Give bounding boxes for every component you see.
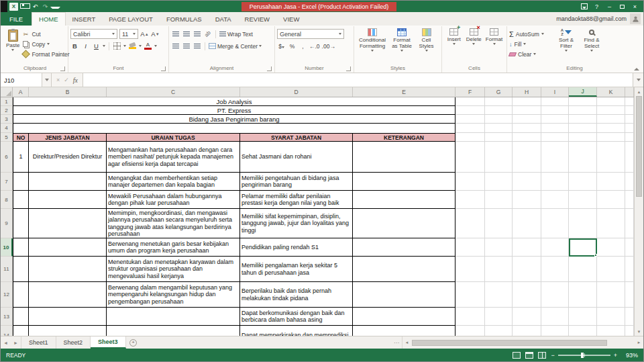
- column-header-E[interactable]: E: [353, 87, 455, 97]
- cell-syarat[interactable]: Dapat memperkirakan dan memprediksi: [240, 326, 353, 336]
- orientation-button[interactable]: ab: [203, 30, 212, 39]
- cell-no[interactable]: [13, 282, 29, 308]
- cell[interactable]: [455, 133, 485, 142]
- cell[interactable]: [597, 238, 625, 257]
- column-header-B[interactable]: B: [29, 87, 107, 97]
- tab-view[interactable]: VIEW: [276, 12, 306, 26]
- format-as-table-button[interactable]: Format as Table: [388, 27, 415, 52]
- cell[interactable]: [569, 115, 597, 124]
- cell[interactable]: [597, 282, 625, 308]
- align-right-button[interactable]: [193, 42, 201, 51]
- insert-function-icon[interactable]: fx: [73, 77, 78, 84]
- cell[interactable]: [569, 173, 597, 191]
- column-header-G[interactable]: G: [485, 87, 513, 97]
- restore-button[interactable]: [616, 1, 629, 11]
- decrease-decimal-button[interactable]: .00→: [322, 43, 335, 50]
- cell-keterangan[interactable]: [353, 257, 455, 282]
- column-header-D[interactable]: D: [240, 87, 353, 97]
- cell[interactable]: [569, 133, 597, 142]
- cell-styles-button[interactable]: Cell Styles: [415, 27, 437, 52]
- row-header-4[interactable]: 4: [1, 124, 13, 133]
- increase-decimal-button[interactable]: ←.0: [309, 43, 320, 50]
- cell[interactable]: [455, 106, 485, 115]
- cell[interactable]: [513, 106, 541, 115]
- column-header-A[interactable]: A: [13, 87, 29, 97]
- tab-formulas[interactable]: FORMULAS: [160, 12, 209, 26]
- cell[interactable]: [485, 238, 513, 257]
- cell-jabatan[interactable]: [29, 326, 107, 336]
- align-top-button[interactable]: [171, 30, 180, 39]
- cell[interactable]: [455, 326, 485, 336]
- cell[interactable]: [569, 257, 597, 282]
- ribbon-display-options-button[interactable]: [578, 1, 590, 11]
- column-header-partial[interactable]: [625, 87, 634, 97]
- cell-tugas[interactable]: [107, 308, 240, 326]
- font-color-button[interactable]: A: [144, 42, 152, 51]
- number-dialog-launcher-icon[interactable]: [346, 66, 351, 71]
- undo-button[interactable]: ↶: [30, 3, 40, 10]
- cell[interactable]: [455, 142, 485, 173]
- tab-insert[interactable]: INSERT: [66, 12, 103, 26]
- column-header-F[interactable]: F: [455, 87, 485, 97]
- cell-keterangan[interactable]: [353, 209, 455, 238]
- cell[interactable]: [455, 282, 485, 308]
- cell-jabatan[interactable]: [29, 191, 107, 209]
- cell[interactable]: [597, 115, 625, 124]
- normal-view-button[interactable]: [513, 352, 521, 359]
- increase-font-button[interactable]: A▲: [140, 30, 149, 39]
- cell-no[interactable]: [13, 326, 29, 336]
- cancel-icon[interactable]: ×: [56, 77, 60, 83]
- cell[interactable]: [485, 124, 513, 133]
- sort-filter-button[interactable]: AZ Sort & Filter: [553, 27, 579, 52]
- account-area[interactable]: mandaokta88@gmail.com: [556, 12, 643, 26]
- cell[interactable]: [569, 282, 597, 308]
- cell-tugas[interactable]: Menentukan dan menetapkan karyawan dalam…: [107, 257, 240, 282]
- cell[interactable]: [625, 133, 634, 142]
- cut-button[interactable]: ✂Cut: [21, 29, 69, 39]
- row-header-5[interactable]: 5: [1, 133, 13, 142]
- row-header-6[interactable]: 6: [1, 142, 13, 173]
- clear-button[interactable]: Clear: [509, 49, 553, 59]
- new-sheet-button[interactable]: +: [126, 336, 141, 349]
- cell[interactable]: [513, 142, 541, 173]
- decrease-font-button[interactable]: A▼: [151, 30, 160, 39]
- cell-tugas[interactable]: Mengangkat dan memberhentikan setiap man…: [107, 173, 240, 191]
- cell-title-bidang-jasa[interactable]: Bidang Jasa Pengiriman barang: [13, 115, 455, 124]
- font-dialog-launcher-icon[interactable]: [161, 66, 166, 71]
- cell-no[interactable]: 1: [13, 142, 29, 173]
- vertical-scroll-thumb[interactable]: [636, 96, 642, 197]
- cell[interactable]: [513, 115, 541, 124]
- scroll-left-icon[interactable]: ◄: [402, 341, 411, 345]
- row-header-1[interactable]: 1: [1, 97, 13, 106]
- cell-title-pt-express[interactable]: PT. Express: [13, 106, 455, 115]
- row-header-12[interactable]: 12: [1, 282, 13, 308]
- cell[interactable]: [513, 308, 541, 326]
- sheet-tab-sheet3[interactable]: Sheet3: [91, 336, 126, 349]
- cell-empty[interactable]: [13, 124, 455, 133]
- cell-keterangan[interactable]: [353, 142, 455, 173]
- align-left-button[interactable]: [171, 42, 180, 51]
- header-cell-keterangan[interactable]: KETERANGAN: [353, 133, 455, 142]
- cell[interactable]: [625, 142, 634, 173]
- row-header-2[interactable]: 2: [1, 106, 13, 115]
- cell[interactable]: [625, 308, 634, 326]
- cell[interactable]: [597, 97, 625, 106]
- cell-tugas[interactable]: Berwenang dalam mengambil keputusan yang…: [107, 282, 240, 308]
- cell-tugas[interactable]: Memimpin, mengkoordinasi, dan mengawasi …: [107, 209, 240, 238]
- sheet-nav-left-icon[interactable]: ◄: [1, 336, 11, 349]
- cell-syarat[interactable]: Memiliki pengalaman kerja sekitar 5 tahu…: [240, 257, 353, 282]
- column-header-C[interactable]: C: [107, 87, 240, 97]
- cell[interactable]: [513, 133, 541, 142]
- cell[interactable]: [485, 191, 513, 209]
- fill-color-button[interactable]: [128, 42, 137, 51]
- cell[interactable]: [569, 97, 597, 106]
- cell-jabatan[interactable]: [29, 173, 107, 191]
- sheet-tab-sheet2[interactable]: Sheet2: [56, 336, 91, 349]
- cell[interactable]: [597, 257, 625, 282]
- page-layout-view-button[interactable]: [525, 352, 533, 359]
- cell-keterangan[interactable]: [353, 191, 455, 209]
- cell-no[interactable]: [13, 308, 29, 326]
- cell[interactable]: [513, 124, 541, 133]
- tab-page-layout[interactable]: PAGE LAYOUT: [102, 12, 160, 26]
- cell[interactable]: [455, 308, 485, 326]
